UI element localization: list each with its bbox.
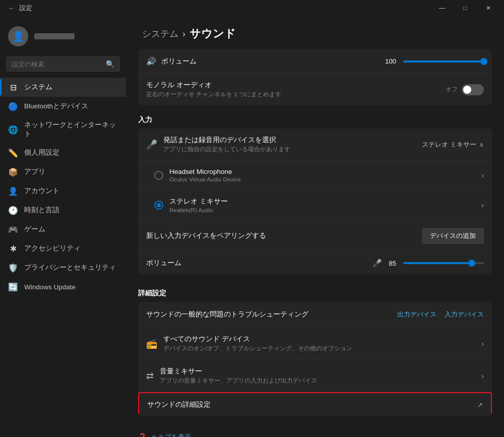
network-icon: 🌐 (8, 124, 18, 135)
sidebar-item-label: プライバシーとセキュリティ (24, 263, 116, 272)
volume-slider-container[interactable]: 100 (385, 57, 484, 65)
main-layout: 👤 🔍 ⊟ システム 🔵 Bluetoothとデバイス 🌐 ネットワークとインタ… (0, 16, 504, 437)
volume-mixer-chevron-icon: › (481, 372, 484, 380)
sidebar-item-label: アクセシビリティ (24, 244, 81, 253)
input-device-text: 発話または録音用のデバイスを選択 アプリに独自の設定をしている場合があります (163, 136, 290, 153)
mic-icon: 🎤 (146, 139, 157, 150)
sidebar-item-label: ネットワークとインターネット (24, 120, 118, 139)
maximize-button[interactable]: □ (454, 0, 477, 16)
sidebar-item-windows-update[interactable]: 🔄 Windows Update (0, 277, 126, 296)
search-input[interactable] (12, 60, 102, 68)
sidebar-item-label: 時刻と言語 (24, 206, 59, 215)
sidebar-item-personalization[interactable]: ✏️ 個人用設定 (0, 143, 126, 162)
headset-device-row[interactable]: Headset Microphone Oculus Virtual Audio … (138, 161, 492, 190)
advanced-card: サウンドの一般的な問題のトラブルシューティング 出力デバイス 入力デバイス 📻 … (138, 302, 492, 416)
mono-audio-toggle[interactable] (462, 84, 484, 95)
sidebar-item-label: アカウント (24, 186, 59, 196)
input-volume-row[interactable]: ボリューム 🎤 85 (138, 252, 492, 275)
sidebar-item-gaming[interactable]: 🎮 ゲーム (0, 220, 126, 239)
headset-device-name: Headset Microphone (169, 168, 241, 175)
stereo-device-text: ステレオ ミキサー Realtek(R) Audio (169, 197, 228, 213)
stereo-device-row[interactable]: ステレオ ミキサー Realtek(R) Audio › (138, 190, 492, 221)
troubleshoot-links: 出力デバイス 入力デバイス (397, 310, 484, 319)
input-volume-left: ボリューム (146, 259, 181, 268)
input-device-link[interactable]: 入力デバイス (445, 310, 484, 319)
sidebar-item-label: システム (24, 83, 52, 92)
sidebar-item-accessibility[interactable]: ✱ アクセシビリティ (0, 239, 126, 258)
sound-settings-label: サウンドの詳細設定 (147, 400, 211, 409)
stereo-device-name: ステレオ ミキサー (169, 197, 228, 206)
sidebar-item-label: 個人用設定 (24, 148, 59, 157)
input-volume-fill (403, 262, 472, 264)
volume-value: 100 (385, 57, 396, 65)
sidebar-item-label: ゲーム (24, 225, 45, 234)
headset-device-text: Headset Microphone Oculus Virtual Audio … (169, 168, 241, 182)
help-item[interactable]: ❓ ヘルプを表示 (138, 428, 492, 437)
system-icon: ⊟ (8, 82, 18, 92)
input-device-dropdown[interactable]: ステレオ ミキサー ∧ (422, 140, 484, 149)
advanced-section-title: 詳細設定 (126, 281, 504, 302)
output-device-link[interactable]: 出力デバイス (397, 310, 436, 319)
accounts-icon: 👤 (8, 186, 18, 196)
titlebar-left: ← 設定 (8, 4, 32, 13)
input-section-title: 入力 (126, 107, 504, 129)
input-volume-slider-container[interactable]: 🎤 85 (372, 259, 484, 268)
headset-device-detail: Oculus Virtual Audio Device (169, 176, 241, 182)
chevron-up-icon: ∧ (479, 141, 484, 148)
stereo-device-detail: Realtek(R) Audio (169, 207, 228, 213)
windows-update-icon: 🔄 (8, 282, 18, 292)
sidebar-item-network[interactable]: 🌐 ネットワークとインターネット (0, 116, 126, 143)
volume-row[interactable]: 🔊 ボリューム 100 (138, 49, 492, 74)
help-section: ❓ ヘルプを表示 💬 フィードバックの送信 (126, 422, 504, 437)
sidebar-item-bluetooth[interactable]: 🔵 Bluetoothとデバイス (0, 97, 126, 116)
mono-audio-row[interactable]: モノラル オーディオ 左右のオーディオ チャンネルを 1 つにまとめます オフ (138, 74, 492, 105)
input-volume-thumb (468, 260, 475, 267)
help-icon: ❓ (138, 433, 147, 437)
close-button[interactable]: ✕ (477, 0, 500, 16)
privacy-icon: 🛡️ (8, 263, 18, 273)
sidebar-item-time[interactable]: 🕐 時刻と言語 (0, 201, 126, 220)
titlebar-controls: — □ ✕ (430, 0, 500, 16)
volume-mixer-text: 音量ミキサー アプリの音量ミキサー、アプリの入力および出力デバイス (160, 367, 317, 385)
headset-radio[interactable] (154, 171, 163, 180)
toggle-knob (463, 86, 471, 94)
volume-mixer-row[interactable]: ⇄ 音量ミキサー アプリの音量ミキサー、アプリの入力および出力デバイス › (138, 360, 492, 392)
mic-volume-icon: 🎤 (372, 259, 382, 268)
sidebar-item-label: Windows Update (24, 283, 76, 291)
input-card: 🎤 発話または録音用のデバイスを選択 アプリに独自の設定をしている場合があります… (138, 129, 492, 275)
input-device-left: 🎤 発話または録音用のデバイスを選択 アプリに独自の設定をしている場合があります (146, 136, 290, 153)
search-bar[interactable]: 🔍 (6, 56, 120, 72)
breadcrumb-separator: › (182, 29, 185, 39)
sidebar-item-system[interactable]: ⊟ システム (0, 78, 126, 97)
radio-dot (157, 203, 161, 207)
pair-device-row[interactable]: 新しい入力デバイスをペアリングする デバイスの追加 (138, 221, 492, 252)
sidebar-item-accounts[interactable]: 👤 アカウント (0, 181, 126, 201)
volume-track[interactable] (403, 60, 484, 63)
mono-toggle-group: オフ (446, 84, 484, 95)
input-device-label: 発話または録音用のデバイスを選択 (163, 136, 290, 145)
back-icon[interactable]: ← (8, 4, 15, 12)
page-header: システム › サウンド (126, 16, 504, 49)
all-devices-icon: 📻 (146, 338, 157, 349)
all-sound-devices-row[interactable]: 📻 すべてのサウンド デバイス デバイスのオン/オフ、トラブルシューティング、そ… (138, 328, 492, 360)
volume-thumb (480, 58, 487, 65)
sidebar-item-privacy[interactable]: 🛡️ プライバシーとセキュリティ (0, 258, 126, 277)
all-devices-sublabel: デバイスのオン/オフ、トラブルシューティング、その他のオプション (163, 345, 352, 352)
time-icon: 🕐 (8, 205, 18, 215)
add-device-button[interactable]: デバイスの追加 (422, 228, 484, 244)
input-device-row[interactable]: 🎤 発話または録音用のデバイスを選択 アプリに独自の設定をしている場合があります… (138, 129, 492, 161)
sound-settings-row[interactable]: サウンドの詳細設定 ↗ (138, 392, 492, 416)
troubleshoot-row[interactable]: サウンドの一般的な問題のトラブルシューティング 出力デバイス 入力デバイス (138, 302, 492, 328)
minimize-button[interactable]: — (430, 0, 454, 16)
volume-mixer-sublabel: アプリの音量ミキサー、アプリの入力および出力デバイス (160, 377, 317, 385)
stereo-device-left: ステレオ ミキサー Realtek(R) Audio (154, 197, 228, 213)
selected-device-label: ステレオ ミキサー (422, 140, 476, 149)
stereo-radio[interactable] (154, 201, 163, 210)
content-area: システム › サウンド 🔊 ボリューム 100 (126, 16, 504, 437)
input-volume-track[interactable] (403, 262, 484, 264)
volume-mixer-label: 音量ミキサー (160, 367, 317, 376)
sidebar-item-apps[interactable]: 📦 アプリ (0, 162, 126, 181)
help-link[interactable]: ヘルプを表示 (152, 432, 191, 437)
all-devices-text: すべてのサウンド デバイス デバイスのオン/オフ、トラブルシューティング、その他… (163, 335, 352, 352)
mono-audio-label: モノラル オーディオ (146, 81, 281, 90)
